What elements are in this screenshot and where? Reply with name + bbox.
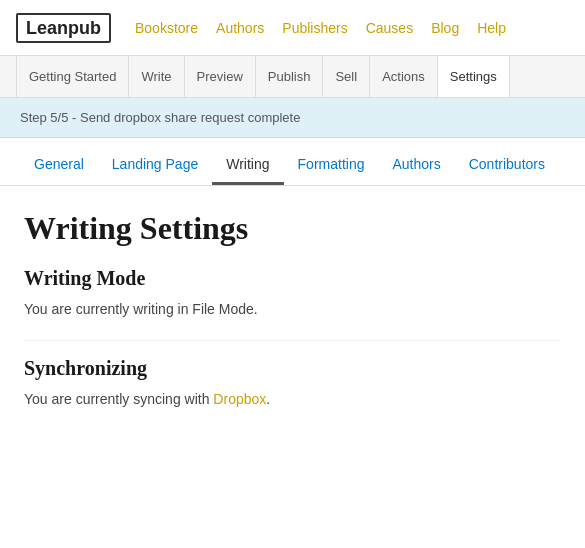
tab-settings[interactable]: Settings [438, 56, 510, 98]
writing-mode-heading: Writing Mode [24, 267, 561, 290]
page-title: Writing Settings [24, 210, 561, 247]
main-content: Writing Settings Writing Mode You are cu… [0, 186, 585, 455]
content-tab-contributors[interactable]: Contributors [455, 146, 559, 185]
content-tab-writing[interactable]: Writing [212, 146, 283, 185]
synchronizing-text: You are currently syncing with Dropbox. [24, 388, 561, 410]
secondary-nav: Getting Started Write Preview Publish Se… [0, 56, 585, 98]
tab-actions[interactable]: Actions [370, 56, 438, 98]
tab-preview[interactable]: Preview [185, 56, 256, 98]
content-tab-formatting[interactable]: Formatting [284, 146, 379, 185]
top-nav-links: Bookstore Authors Publishers Causes Blog… [135, 20, 506, 36]
nav-bookstore[interactable]: Bookstore [135, 20, 198, 36]
tab-publish[interactable]: Publish [256, 56, 324, 98]
nav-help[interactable]: Help [477, 20, 506, 36]
alert-banner: Step 5/5 - Send dropbox share request co… [0, 98, 585, 138]
tab-write[interactable]: Write [129, 56, 184, 98]
content-tab-authors[interactable]: Authors [378, 146, 454, 185]
logo[interactable]: Leanpub [16, 13, 111, 43]
sync-text-after: . [266, 391, 270, 407]
logo-text: Leanpub [26, 18, 101, 38]
nav-authors[interactable]: Authors [216, 20, 264, 36]
dropbox-link[interactable]: Dropbox [213, 391, 266, 407]
synchronizing-heading: Synchronizing [24, 357, 561, 380]
content-tab-general[interactable]: General [20, 146, 98, 185]
sync-text-before: You are currently syncing with [24, 391, 213, 407]
logo-box: Leanpub [16, 13, 111, 43]
nav-causes[interactable]: Causes [366, 20, 413, 36]
writing-mode-text: You are currently writing in File Mode. [24, 298, 561, 320]
content-tabs: General Landing Page Writing Formatting … [0, 146, 585, 186]
alert-text: Step 5/5 - Send dropbox share request co… [20, 110, 300, 125]
nav-publishers[interactable]: Publishers [282, 20, 347, 36]
section-divider [24, 340, 561, 341]
tab-getting-started[interactable]: Getting Started [16, 56, 129, 98]
content-tab-landing-page[interactable]: Landing Page [98, 146, 212, 185]
tab-sell[interactable]: Sell [323, 56, 370, 98]
nav-blog[interactable]: Blog [431, 20, 459, 36]
top-nav: Leanpub Bookstore Authors Publishers Cau… [0, 0, 585, 56]
